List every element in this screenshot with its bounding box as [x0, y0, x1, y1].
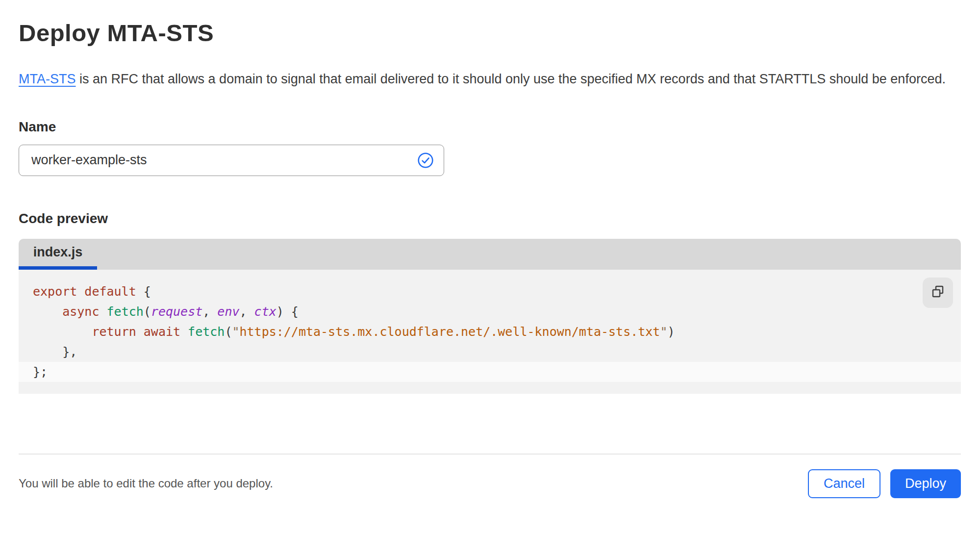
deploy-button[interactable]: Deploy: [890, 469, 961, 498]
name-input[interactable]: [19, 145, 444, 176]
code-editor[interactable]: export default { async fetch(request, en…: [19, 270, 961, 394]
copy-code-button[interactable]: [923, 278, 953, 308]
footer-actions: Cancel Deploy: [808, 469, 961, 498]
description-text: is an RFC that allows a domain to signal…: [76, 72, 946, 86]
code-line: export default {: [19, 281, 961, 302]
deploy-mta-sts-page: Deploy MTA-STS MTA-STS is an RFC that al…: [0, 19, 980, 498]
code-preview-card: index.js export default { async fetch(re…: [19, 239, 961, 394]
code-tab-bar: index.js: [19, 239, 961, 270]
page-title: Deploy MTA-STS: [19, 19, 961, 48]
code-line: },: [19, 342, 961, 362]
mta-sts-link[interactable]: MTA-STS: [19, 72, 76, 86]
code-line: return await fetch("https://mta-sts.mx.c…: [19, 322, 961, 342]
description: MTA-STS is an RFC that allows a domain t…: [19, 68, 950, 90]
footer-note: You will be able to edit the code after …: [19, 477, 273, 490]
check-circle-icon: [417, 152, 434, 169]
tab-index-js[interactable]: index.js: [19, 239, 97, 270]
cancel-button[interactable]: Cancel: [808, 469, 880, 498]
copy-icon: [930, 284, 946, 301]
name-label: Name: [19, 119, 961, 135]
code-line: async fetch(request, env, ctx) {: [19, 302, 961, 322]
name-input-wrap: [19, 145, 444, 176]
code-lines: export default { async fetch(request, en…: [19, 281, 961, 382]
code-preview-label: Code preview: [19, 210, 961, 227]
code-line: };: [19, 362, 961, 382]
footer: You will be able to edit the code after …: [19, 455, 961, 498]
